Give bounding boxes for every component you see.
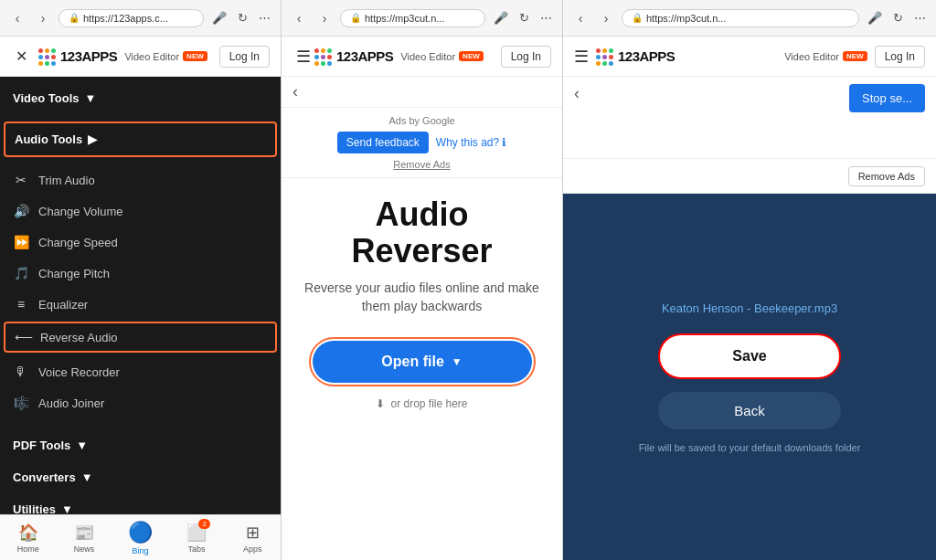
logo-dot-2-3 [327,48,332,53]
sidebar-item-equalizer[interactable]: ≡ Equalizer [0,289,281,320]
refresh-icon-2[interactable]: ↻ [516,9,532,26]
mic-icon-1[interactable]: 🎤 [209,9,229,26]
browser-bar-1: ‹ › 🔒 https://123apps.c... 🎤 ↻ ⋯ [0,0,281,37]
sidebar-item-trim-audio[interactable]: ✂ Trim Audio [0,164,281,195]
open-file-btn-wrap: Open file ▼ [309,337,536,386]
bottom-nav-1: 🏠 Home 📰 News 🔵 Bing ⬜ 2 Tabs ⊞ Apps [0,514,281,560]
mic-icon-3[interactable]: 🎤 [865,9,885,26]
chevron-down-icon-converters: ▼ [81,470,93,484]
drop-area[interactable]: ⬇ or drop file here [296,397,548,410]
logo-dot-3-4 [596,55,601,59]
volume-icon: 🔊 [13,204,29,218]
back-button-3[interactable]: ‹ [570,8,590,28]
address-bar-2[interactable]: 🔒 https://mp3cut.n... [340,9,485,27]
address-bar-3[interactable]: 🔒 https://mp3cut.n... [622,9,859,27]
url-text-1: https://123apps.c... [83,13,168,24]
logo-dot-3-8 [602,61,607,66]
bottom-nav-news[interactable]: 📰 News [56,515,112,560]
hamburger-menu-3[interactable]: ☰ [574,47,589,67]
nav-section-audio-items: ✂ Trim Audio 🔊 Change Volume ⏩ Change Sp… [0,159,281,424]
reverse-icon: ⟵ [15,330,31,344]
logo-dot-7 [38,61,43,66]
sidebar-item-pdf-tools[interactable]: PDF Tools ▼ [0,429,281,461]
chevron-down-icon-video: ▼ [84,91,96,105]
forward-button-1[interactable]: › [33,8,53,28]
back-button-1[interactable]: ‹ [7,8,27,28]
open-file-label: Open file [381,354,443,370]
ad-buttons-area: Send feedback Why this ad? ℹ [292,132,551,153]
sidebar-item-audio-joiner[interactable]: 🎼 Audio Joiner [0,387,281,418]
bing-icon: 🔵 [128,521,153,544]
login-button-3[interactable]: Log In [875,46,925,68]
title-line1: Audio [376,195,469,233]
remove-ads-button-3[interactable]: Remove Ads [848,166,925,186]
logo-text-1: 123APPS [60,48,117,64]
send-feedback-button[interactable]: Send feedback [337,132,429,153]
more-icon-3[interactable]: ⋯ [911,9,929,26]
pitch-icon: 🎵 [13,266,29,280]
logo-dot-2-1 [314,48,319,53]
lock-icon-1: 🔒 [69,13,80,23]
sidebar-item-change-volume[interactable]: 🔊 Change Volume [0,195,281,227]
sidebar-item-change-pitch[interactable]: 🎵 Change Pitch [0,258,281,289]
bottom-nav-apps[interactable]: ⊞ Apps [225,515,281,560]
why-ad-button[interactable]: Why this ad? ℹ [436,136,506,149]
video-editor-label-3: Video Editor [784,51,839,62]
more-icon-1[interactable]: ⋯ [256,9,273,26]
more-icon-2[interactable]: ⋯ [537,9,555,26]
save-note-label: File will be saved to your default downl… [639,442,861,453]
sidebar-item-audio-tools[interactable]: Audio Tools ▶ [5,123,275,155]
hamburger-menu-2[interactable]: ☰ [292,45,314,69]
back-button-dark-3[interactable]: Back [658,392,841,429]
new-badge-1: NEW [183,51,207,61]
audio-tools-section: Audio Tools ▶ [4,122,277,157]
forward-button-2[interactable]: › [314,8,335,28]
video-tools-label: Video Tools [13,91,79,105]
logo-dots-2 [314,48,331,65]
sidebar-item-video-tools[interactable]: Video Tools ▼ [0,82,281,114]
reverse-audio-label: Reverse Audio [40,331,118,344]
tabs-label: Tabs [187,544,205,554]
pdf-tools-label: PDF Tools [13,438,70,452]
refresh-icon-1[interactable]: ↻ [235,9,250,26]
home-label: Home [17,544,39,554]
app-header-2: ☰ 123APPS Video Editor NEW Log In [282,37,562,77]
home-icon: 🏠 [18,523,38,543]
login-button-1[interactable]: Log In [219,46,270,68]
ads-by-google-label: Ads by Google [292,115,551,126]
apps-label: Apps [243,544,262,554]
back-nav-2[interactable]: ‹ [282,77,562,108]
joiner-icon: 🎼 [13,396,29,410]
open-file-button[interactable]: Open file ▼ [313,341,532,383]
new-badge-3: NEW [843,51,867,61]
remove-ads-link-2[interactable]: Remove Ads [292,159,551,170]
chevron-down-icon-utilities: ▼ [61,502,73,514]
change-pitch-label: Change Pitch [38,267,110,280]
login-button-2[interactable]: Log In [501,46,551,68]
bottom-nav-tabs[interactable]: ⬜ 2 Tabs [168,515,224,560]
stop-search-button[interactable]: Stop se... [849,84,925,112]
news-label: News [74,544,95,554]
mic-nav-icon: 🎙 [13,365,29,379]
main-subtitle-2: Reverse your audio files online and make… [296,280,548,315]
sidebar-item-change-speed[interactable]: ⏩ Change Speed [0,227,281,258]
bottom-nav-bing[interactable]: 🔵 Bing [112,515,168,560]
sidebar-item-reverse-audio[interactable]: ⟵ Reverse Audio ↓ [4,322,277,353]
refresh-icon-3[interactable]: ↻ [890,9,906,26]
lock-icon-2: 🔒 [350,13,361,23]
close-button-1[interactable]: ✕ [11,47,31,67]
save-button-3[interactable]: Save [658,333,841,379]
video-editor-label-2: Video Editor [400,51,455,62]
sidebar-item-utilities[interactable]: Utilities ▼ [0,493,281,514]
address-bar-1[interactable]: 🔒 https://123apps.c... [58,9,204,27]
logo-dot-2 [45,48,49,53]
tabs-icon-wrap: ⬜ 2 [186,523,207,543]
bottom-nav-home[interactable]: 🏠 Home [0,515,56,560]
mic-icon-2[interactable]: 🎤 [491,9,511,26]
sidebar-item-converters[interactable]: Converters ▼ [0,461,281,493]
sidebar-item-voice-recorder[interactable]: 🎙 Voice Recorder [0,356,281,387]
panel-1: ‹ › 🔒 https://123apps.c... 🎤 ↻ ⋯ ✕ 123AP [0,0,282,560]
back-button-2[interactable]: ‹ [289,8,309,28]
forward-button-3[interactable]: › [596,8,616,28]
logo-dot-8 [45,61,49,66]
